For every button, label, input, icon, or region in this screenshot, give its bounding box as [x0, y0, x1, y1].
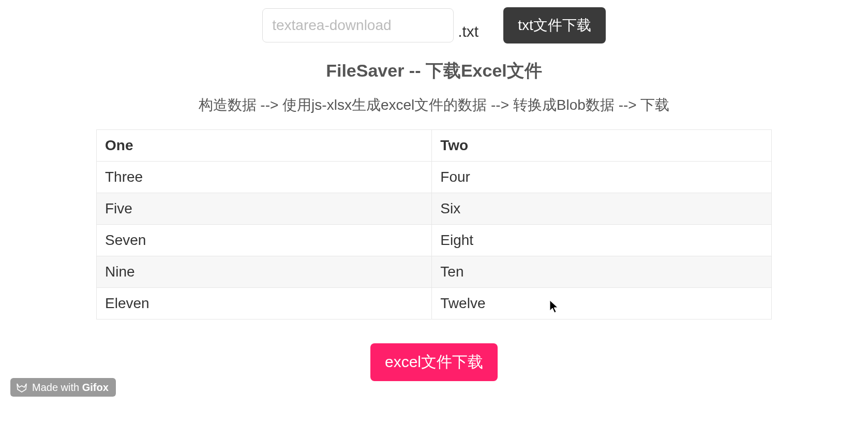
gifox-badge: Made with Gifox — [10, 378, 116, 397]
excel-download-button[interactable]: excel文件下载 — [370, 343, 498, 381]
table-cell: Ten — [432, 256, 772, 288]
table-cell: Eleven — [97, 288, 432, 319]
table-row: Nine Ten — [97, 256, 772, 288]
table-cell: Five — [97, 193, 432, 225]
section-subtitle: 构造数据 --> 使用js-xlsx生成excel文件的数据 --> 转换成Bl… — [0, 95, 868, 115]
table-header-cell: Two — [432, 130, 772, 162]
table-cell: Twelve — [432, 288, 772, 319]
table-row: Eleven Twelve — [97, 288, 772, 319]
excel-button-wrap: excel文件下载 — [0, 343, 868, 381]
table-row: Three Four — [97, 162, 772, 193]
table-cell: Three — [97, 162, 432, 193]
gifox-badge-text: Made with Gifox — [32, 382, 109, 394]
table-row: Five Six — [97, 193, 772, 225]
table-cell: Six — [432, 193, 772, 225]
gifox-prefix: Made with — [32, 382, 82, 393]
data-table-wrap: One Two Three Four Five Six Seven Eight … — [96, 129, 772, 319]
data-table: One Two Three Four Five Six Seven Eight … — [96, 129, 772, 319]
table-cell: Nine — [97, 256, 432, 288]
top-row: .txt txt文件下载 — [0, 0, 868, 43]
gifox-brand: Gifox — [82, 382, 109, 393]
table-cell: Eight — [432, 225, 772, 256]
filename-input[interactable] — [262, 8, 454, 42]
table-cell: Four — [432, 162, 772, 193]
table-row: Seven Eight — [97, 225, 772, 256]
txt-download-button[interactable]: txt文件下载 — [503, 7, 606, 43]
section-title: FileSaver -- 下载Excel文件 — [0, 59, 868, 83]
fox-icon — [16, 381, 28, 394]
table-header-cell: One — [97, 130, 432, 162]
table-header-row: One Two — [97, 130, 772, 162]
table-cell: Seven — [97, 225, 432, 256]
file-extension-label: .txt — [458, 23, 478, 43]
